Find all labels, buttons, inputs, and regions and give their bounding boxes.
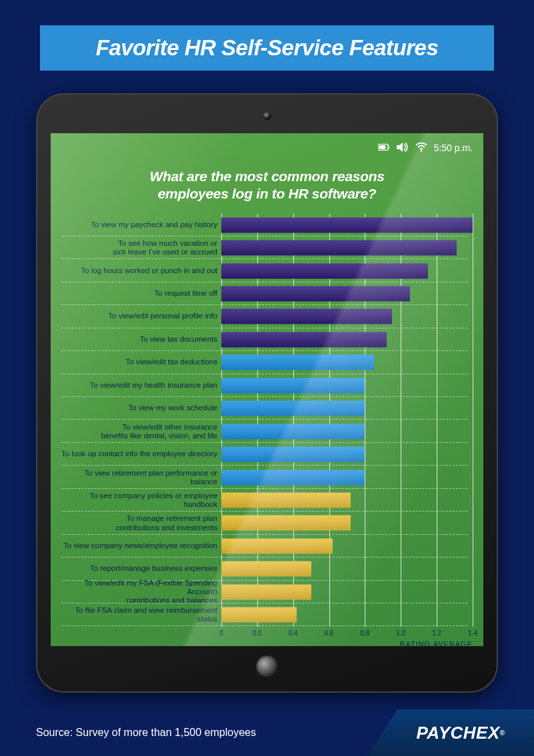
chart-row: To view/edit tax deductions <box>61 351 221 374</box>
chart-bar <box>221 240 457 256</box>
chart-row: To look up contact info the employee dir… <box>61 443 221 466</box>
bar-label: To look up contact info the employee dir… <box>61 450 217 458</box>
chart-row: To request time off <box>61 282 221 305</box>
chart-bar <box>221 562 311 577</box>
x-axis-label: RATING AVERAGE <box>399 640 473 648</box>
chart-bar-row <box>221 443 473 466</box>
tick-label: 0.8 <box>360 629 369 637</box>
bar-label: To report/manage business expenses <box>90 565 217 573</box>
logo-text: PAYCHEX <box>416 723 499 743</box>
svg-marker-7 <box>397 143 403 152</box>
chart-bar-row <box>221 535 473 558</box>
grid-line <box>473 214 473 627</box>
chart-row: To report/manage business expenses <box>61 558 221 580</box>
bar-label: To manage retirement plancontributions a… <box>116 514 217 532</box>
chart-bar-row <box>221 420 473 442</box>
chart-row: To log hours worked or punch in and out <box>61 259 221 282</box>
page-title: Favorite HR Self-Service Features <box>96 35 439 61</box>
chart-bar-row <box>221 466 473 488</box>
chart-bar <box>221 538 333 554</box>
bar-label: To view/edit other insurancebenefits lik… <box>101 422 217 440</box>
svg-rect-5 <box>388 145 389 149</box>
chart-bar-row <box>221 603 473 626</box>
svg-rect-6 <box>379 145 385 149</box>
chart-row: To view my paycheck and pay history <box>61 214 221 236</box>
chart-bar-row <box>221 305 473 328</box>
bar-label: To view/edit my health insurance plan <box>90 381 217 390</box>
chart-row: To file FSA claim and view reimbursement… <box>61 603 221 626</box>
registered-mark: ® <box>500 729 505 737</box>
chart-bar <box>221 584 311 599</box>
chart-row: To view/edit personal profile info <box>61 305 221 328</box>
tick-label: 0.6 <box>325 629 334 637</box>
tick-label: 1.4 <box>468 629 477 637</box>
chart-bar <box>221 516 351 531</box>
bar-label: To view/edit personal profile info <box>108 312 217 321</box>
chart-bar <box>221 217 473 232</box>
chart-bar-row <box>221 558 473 580</box>
battery-icon <box>378 143 390 154</box>
chart-bar-row <box>221 236 473 259</box>
tick-label: 1.2 <box>432 629 441 637</box>
bar-label: To view my work schedule <box>128 404 217 413</box>
chart-bar-row <box>221 351 473 374</box>
chart-question: What are the most common reasons employe… <box>61 168 473 203</box>
chart-area: To view my paycheck and pay historyTo se… <box>61 214 473 627</box>
source-text: Source: Survey of more than 1,500 employ… <box>36 727 256 739</box>
chart-bar <box>221 332 387 347</box>
bar-label: To view retirement plan performance or b… <box>61 468 217 486</box>
tick-label: 0.4 <box>289 629 298 637</box>
chart-labels-column: To view my paycheck and pay historyTo se… <box>61 214 221 627</box>
bar-label: To file FSA claim and view reimbursement… <box>61 606 217 623</box>
chart-bar-row <box>221 374 473 397</box>
tick-label: 1.0 <box>396 629 405 637</box>
bar-label: To view/edit tax deductions <box>126 358 217 367</box>
bar-label: To view my paycheck and pay history <box>91 220 217 229</box>
chart-bar <box>221 447 365 462</box>
chart-bar-row <box>221 259 473 282</box>
bar-label: To view company news/employee recognitio… <box>63 542 217 550</box>
bar-label: To view tax documents <box>140 335 217 344</box>
chart-row: To manage retirement plancontributions a… <box>61 512 221 534</box>
tick-label: 0.2 <box>253 629 262 637</box>
tick-label: 0 <box>219 629 223 637</box>
wifi-icon <box>415 143 427 154</box>
chart-bar <box>221 492 351 508</box>
chart-row: To view/edit my FSA (Fexible Spending Ac… <box>61 581 221 603</box>
chart-bar <box>221 470 365 485</box>
chart-bar <box>221 309 392 324</box>
status-bar: 5:50 p.m. <box>61 140 473 156</box>
chart-bar <box>221 286 410 302</box>
title-banner: Favorite HR Self-Service Features <box>40 25 494 71</box>
tablet-frame: 5:50 p.m. What are the most common reaso… <box>36 93 498 693</box>
chart-row: To view tax documents <box>61 328 221 351</box>
chart-row: To view/edit my health insurance plan <box>61 374 221 397</box>
chart-row: To view/edit other insurancebenefits lik… <box>61 420 221 442</box>
chart-row: To view retirement plan performance or b… <box>61 466 221 488</box>
chart-row: To see how much vacation orsick leave I'… <box>61 236 221 259</box>
chart-row: To view company news/employee recognitio… <box>61 535 221 558</box>
chart-row: To view my work schedule <box>61 397 221 420</box>
clock-time: 5:50 p.m. <box>434 143 473 153</box>
bar-label: To request time off <box>155 289 217 298</box>
chart-bar-row <box>221 489 473 512</box>
bar-label: To see how much vacation orsick leave I'… <box>113 239 217 256</box>
chart-bar <box>221 263 428 278</box>
chart-bar <box>221 424 365 439</box>
chart-bar-row <box>221 581 473 603</box>
chart-bar <box>221 355 374 370</box>
svg-point-8 <box>420 150 422 152</box>
chart-row: To see company policies or employee hand… <box>61 489 221 512</box>
chart-bar-row <box>221 397 473 420</box>
question-line1: What are the most common reasons <box>149 169 384 184</box>
chart-bar-row <box>221 214 473 236</box>
chart-bars-column: RATING AVERAGE 00.20.40.60.81.01.21.4 <box>221 214 473 627</box>
chart-bar <box>221 378 365 393</box>
paychex-logo: PAYCHEX® <box>367 709 534 756</box>
chart-bar <box>221 607 297 623</box>
chart-bar <box>221 401 365 416</box>
tablet-screen: 5:50 p.m. What are the most common reaso… <box>51 133 483 646</box>
question-line2: employees log in to HR software? <box>158 186 377 201</box>
bar-label: To log hours worked or punch in and out <box>81 266 217 275</box>
chart-bar-row <box>221 512 473 534</box>
